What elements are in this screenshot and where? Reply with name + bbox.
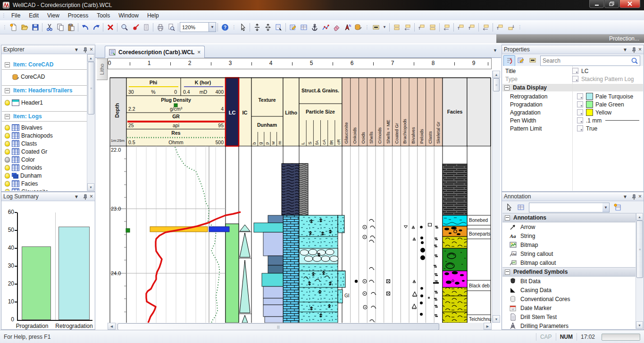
panel-menu-icon[interactable]: ▼: [74, 194, 79, 199]
annotation-pointer-icon[interactable]: [503, 202, 514, 212]
explorer-item-brachiopods[interactable]: Brachiopods: [2, 131, 87, 139]
curves-column-header[interactable]: [126, 78, 226, 146]
edit-box-icon[interactable]: [572, 76, 578, 82]
align-left-icon[interactable]: [416, 22, 427, 33]
help-icon[interactable]: [219, 22, 230, 33]
save-icon[interactable]: [30, 22, 41, 33]
property-pages-icon[interactable]: [527, 55, 538, 65]
menu-file[interactable]: File: [7, 11, 25, 20]
menu-view[interactable]: View: [43, 11, 64, 20]
explorer-item-facies[interactable]: Facies: [2, 180, 87, 188]
edit-box-icon[interactable]: [577, 125, 583, 131]
property-group-data-display[interactable]: Data Display: [502, 84, 643, 91]
menu-help[interactable]: Help: [143, 11, 163, 20]
scrollbar-thumb[interactable]: |||: [117, 323, 439, 330]
insert-track-icon[interactable]: [480, 22, 491, 33]
restore-button[interactable]: [604, 0, 619, 8]
document-tab[interactable]: Coredescription (Carb).WCL ×: [105, 46, 205, 58]
collapse-icon[interactable]: [505, 215, 510, 220]
new-document-icon[interactable]: [8, 22, 19, 33]
move-up-icon[interactable]: [494, 22, 505, 33]
explorer-section-headers[interactable]: Item: Headers/Trailers: [2, 85, 87, 96]
shift-left-icon[interactable]: [455, 22, 466, 33]
pin-icon[interactable]: [630, 47, 636, 53]
property-row-pattern-limit[interactable]: Pattern Limit True: [502, 124, 643, 132]
border-style-arrow[interactable]: ▼: [381, 23, 388, 32]
shift-right-icon[interactable]: [466, 22, 477, 33]
eraser-icon[interactable]: [331, 22, 342, 33]
pin-icon[interactable]: [82, 194, 87, 200]
menu-tools[interactable]: Tools: [92, 11, 114, 20]
color-swatch[interactable]: [586, 93, 593, 100]
visibility-bulb-off-icon[interactable]: [5, 157, 10, 163]
minimize-button[interactable]: [589, 0, 604, 8]
anchor-icon[interactable]: [309, 22, 320, 33]
symbol-item-conventional-cores[interactable]: Conventional Cores: [502, 294, 636, 303]
close-icon[interactable]: ×: [638, 46, 642, 53]
visibility-bulb-icon[interactable]: [5, 141, 10, 147]
edit-box-icon[interactable]: [577, 109, 583, 115]
edit-box-icon[interactable]: [577, 101, 583, 107]
explorer-item-glauconite[interactable]: Glauconite: [2, 188, 87, 191]
copy-icon[interactable]: [55, 22, 66, 33]
visibility-bulb-icon[interactable]: [5, 173, 10, 179]
visibility-bulb-icon[interactable]: [5, 149, 10, 155]
panel-menu-icon[interactable]: ▼: [623, 47, 627, 52]
scroll-down-icon[interactable]: ▼: [493, 315, 500, 323]
delete-icon[interactable]: [105, 22, 116, 33]
select-log-icon[interactable]: [273, 22, 284, 33]
annotation-black-debris[interactable]: Black deb: [469, 283, 490, 288]
border-style-icon[interactable]: [370, 22, 381, 33]
panel-menu-icon[interactable]: ▼: [623, 194, 627, 199]
document-vscrollbar[interactable]: ▲ ≡ ▼: [492, 71, 500, 323]
tab-close-icon[interactable]: ×: [197, 49, 201, 56]
annotation-teichichnus[interactable]: Teichichnu: [469, 317, 491, 322]
annotation-list-icon[interactable]: [515, 202, 526, 212]
close-icon[interactable]: ×: [90, 46, 93, 53]
property-row-progradation[interactable]: Progradation Pale Green: [502, 100, 643, 108]
collapse-icon[interactable]: [505, 270, 510, 275]
explorer-item-corecad[interactable]: CoreCAD: [2, 73, 87, 81]
search-input[interactable]: [541, 57, 631, 64]
scroll-up-icon[interactable]: ▲: [493, 71, 500, 78]
edit-table-icon[interactable]: [298, 22, 309, 33]
explorer-item-bivalves[interactable]: Bivalves: [2, 123, 87, 131]
close-button[interactable]: [619, 0, 640, 8]
properties-search[interactable]: [540, 56, 640, 66]
predefined-symbols-section[interactable]: Predefined Symbols: [502, 267, 636, 277]
scroll-right-icon[interactable]: ▶: [484, 323, 492, 330]
paste-icon[interactable]: [66, 22, 76, 33]
marker-pen-icon[interactable]: [130, 22, 141, 33]
visibility-bulb-icon[interactable]: [5, 100, 10, 106]
explorer-section-corecad[interactable]: Item: CoreCAD: [2, 60, 87, 70]
move-down-icon[interactable]: [505, 22, 516, 33]
visibility-bulb-icon[interactable]: [5, 133, 10, 139]
property-row-type[interactable]: Type Stacking Pattern Log: [502, 75, 643, 83]
property-row-retrogradation[interactable]: Retrogradation Pale Turquoise: [502, 92, 643, 100]
scroll-left-icon[interactable]: ◀: [108, 323, 116, 330]
menu-edit[interactable]: Edit: [25, 11, 43, 20]
annotation-item-bitmap[interactable]: Bitmap: [502, 240, 636, 249]
equal-width-icon[interactable]: [441, 22, 452, 33]
print-preview-icon[interactable]: [166, 22, 176, 33]
categorized-view-icon[interactable]: [503, 55, 515, 66]
annotation-scrollbar[interactable]: ▲ ≡ ▼: [636, 213, 643, 329]
open-file-icon[interactable]: [19, 22, 30, 33]
collapse-icon[interactable]: [5, 88, 10, 93]
annotation-item-string-callout[interactable]: AaString callout: [502, 249, 636, 258]
document-view-icon[interactable]: [141, 22, 151, 33]
explorer-item-color[interactable]: Color: [2, 155, 87, 163]
explorer-item-crinoids[interactable]: Crinoids: [2, 163, 87, 172]
property-row-pen-width[interactable]: Pen Width .1 mm: [502, 116, 643, 124]
close-icon[interactable]: ×: [90, 193, 93, 200]
color-swatch[interactable]: [586, 109, 593, 116]
visibility-bulb-icon[interactable]: [5, 189, 10, 191]
annotation-boneparts[interactable]: Boneparts: [469, 231, 491, 237]
edit-box-icon[interactable]: [577, 93, 583, 99]
zoom-combobox[interactable]: 120%: [180, 22, 209, 32]
crossplot-icon[interactable]: [320, 22, 331, 33]
annotations-section[interactable]: Annotations: [502, 213, 636, 222]
menu-process[interactable]: Process: [64, 11, 92, 20]
protection-toolbar[interactable]: Protection...: [496, 34, 644, 43]
symbol-set-combobox[interactable]: [529, 203, 604, 212]
